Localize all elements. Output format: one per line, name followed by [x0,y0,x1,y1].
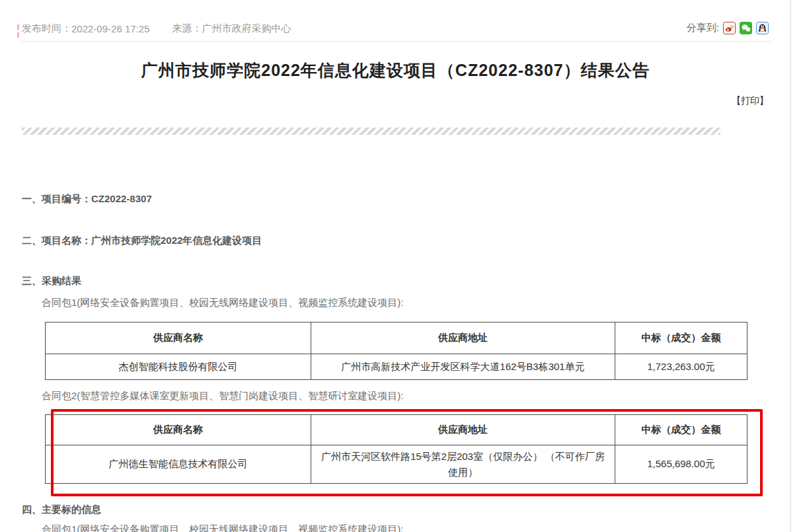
package1-label: 合同包1(网络安全设备购置项目、校园无线网络建设项目、视频监控系统建设项目): [42,297,404,309]
cell-supplier-address: 广州市天河区软件路15号第2层203室（仅限办公） （不可作厂房使用） [311,445,615,484]
weibo-share-icon[interactable] [723,22,736,34]
section-project-name: 二、项目名称：广州市技师学院2022年信息化建设项目 [22,235,262,247]
section-main-subject-info: 四、主要标的信息 [22,504,101,516]
hatched-divider [22,128,720,135]
table-row: 广州德生智能信息技术有限公司 广州市天河区软件路15号第2层203室（仅限办公）… [46,445,748,484]
qq-share-icon[interactable] [756,22,769,34]
source-label: 来源： [172,22,202,35]
print-button[interactable]: 【打印】 [732,95,769,107]
header-supplier-name: 供应商名称 [46,415,311,445]
announcement-page: 发布时间：2022-09-26 17:25来源：广州市政府采购中心 分享到: [0,0,805,532]
edge-artifact-mark [17,32,19,38]
table-header-row: 供应商名称 供应商地址 中标（成交）金额 [46,323,748,354]
meta-bar: 发布时间：2022-09-26 17:25来源：广州市政府采购中心 [22,21,291,36]
cell-award-amount: 1,565,698.00元 [615,445,748,484]
cell-supplier-name: 杰创智能科技股份有限公司 [46,354,311,380]
section-project-number: 一、项目编号：CZ2022-8307 [22,193,152,206]
clipped-bottom-line: 合同包1(网络安全设备购置项目、校园无线网络建设项目、视频监控系统建设项目): [42,523,404,532]
header-award-amount: 中标（成交）金额 [615,415,748,445]
package1-result-table: 供应商名称 供应商地址 中标（成交）金额 杰创智能科技股份有限公司 广州市高新技… [45,322,748,380]
cell-supplier-name: 广州德生智能信息技术有限公司 [46,445,311,484]
wechat-share-icon[interactable] [740,22,752,34]
table-row: 杰创智能科技股份有限公司 广州市高新技术产业开发区科学大道162号B3栋301单… [46,354,748,380]
package2-label: 合同包2(智慧管控多媒体课室更新项目、智慧门岗建设项目、智慧研讨室建设项目): [42,390,404,402]
package2-result-table: 供应商名称 供应商地址 中标（成交）金额 广州德生智能信息技术有限公司 广州市天… [45,414,748,484]
publish-time-value: 2022-09-26 17:25 [71,23,149,34]
header-divider [20,41,772,42]
share-block: 分享到: [687,20,769,35]
cell-award-amount: 1,723,263.00元 [615,354,748,380]
publish-time-label: 发布时间： [22,22,71,35]
header-supplier-name: 供应商名称 [46,323,311,354]
page-title: 广州市技师学院2022年信息化建设项目（CZ2022-8307）结果公告 [0,59,790,81]
section-procurement-result: 三、采购结果 [22,275,81,287]
cell-supplier-address: 广州市高新技术产业开发区科学大道162号B3栋301单元 [311,354,615,380]
header-supplier-address: 供应商地址 [311,323,615,354]
header-supplier-address: 供应商地址 [311,415,615,445]
source-value: 广州市政府采购中心 [202,22,291,35]
table-header-row: 供应商名称 供应商地址 中标（成交）金额 [46,415,748,445]
share-label: 分享到: [687,22,719,34]
edge-artifact-mark [17,24,19,30]
header-award-amount: 中标（成交）金额 [615,323,748,354]
content-right-border [790,0,791,532]
